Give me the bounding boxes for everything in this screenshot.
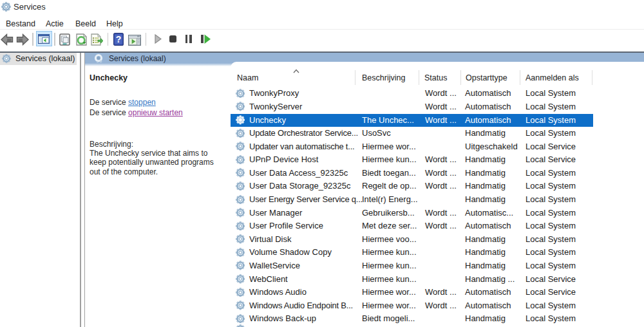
- svg-text:?: ?: [116, 34, 122, 44]
